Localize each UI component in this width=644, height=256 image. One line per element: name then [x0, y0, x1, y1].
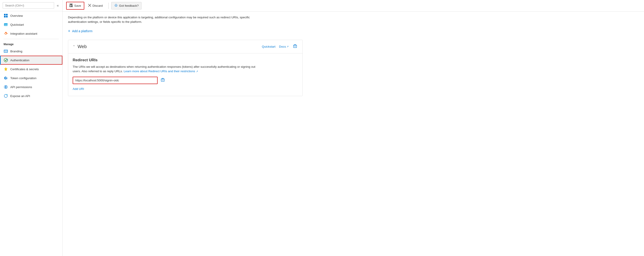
sidebar-item-overview-label: Overview — [10, 14, 23, 18]
svg-rect-14 — [6, 77, 7, 79]
svg-rect-13 — [5, 76, 6, 80]
platform-card-body: Redirect URIs The URIs we will accept as… — [68, 54, 302, 96]
delete-uri-button[interactable] — [160, 77, 166, 84]
svg-point-6 — [5, 33, 6, 34]
delete-web-platform-button[interactable] — [292, 44, 298, 50]
plus-icon: + — [68, 29, 70, 34]
svg-rect-35 — [161, 79, 164, 82]
content-area: Depending on the platform or device this… — [62, 12, 644, 256]
svg-point-16 — [5, 86, 6, 88]
main-content: Save Discard Got feedback? Depend — [62, 0, 644, 256]
search-bar: « — [0, 0, 62, 11]
svg-rect-28 — [294, 45, 297, 48]
svg-rect-3 — [6, 16, 8, 18]
discard-label: Discard — [92, 4, 103, 8]
svg-text:www: www — [4, 51, 8, 52]
learn-more-external-icon: ↗ — [196, 70, 198, 73]
discard-icon — [88, 4, 91, 8]
sidebar-item-branding[interactable]: www Branding — [0, 47, 62, 56]
platform-actions: Quickstart Docs ↗ — [262, 44, 298, 50]
redirect-uris-description: The URIs we will accept as destinations … — [73, 64, 263, 74]
sidebar-item-branding-label: Branding — [10, 50, 22, 53]
save-icon — [69, 4, 73, 8]
svg-rect-12 — [4, 77, 5, 79]
svg-rect-1 — [6, 14, 8, 16]
svg-rect-25 — [70, 6, 71, 6]
add-platform-button[interactable]: + Add a platform — [68, 28, 92, 34]
sidebar-item-token-label: Token configuration — [10, 76, 36, 80]
expose-icon — [4, 94, 8, 98]
sidebar-item-authentication[interactable]: Authentication — [0, 56, 62, 64]
feedback-label: Got feedback? — [119, 4, 139, 8]
overview-icon — [4, 14, 8, 18]
svg-point-10 — [4, 58, 8, 62]
nav-divider — [4, 39, 59, 39]
toolbar-divider — [108, 3, 109, 9]
toolbar: Save Discard Got feedback? — [62, 0, 644, 12]
sidebar-item-integration-label: Integration assistant — [10, 32, 37, 35]
collapse-sidebar-button[interactable]: « — [56, 3, 60, 8]
branding-icon: www — [4, 49, 8, 54]
authentication-icon — [4, 58, 8, 62]
description-text: Depending on the platform or device this… — [68, 15, 269, 24]
platform-title: ⌃ Web — [73, 44, 87, 49]
sidebar-item-certificates-label: Certificates & secrets — [10, 68, 39, 71]
web-quickstart-label: Quickstart — [262, 45, 276, 48]
platform-card-header: ⌃ Web Quickstart Docs ↗ — [68, 40, 302, 54]
svg-text:www: www — [4, 24, 8, 26]
sidebar-item-api-label: API permissions — [10, 86, 32, 89]
sidebar: « Overview www Quickstart — [0, 0, 62, 256]
add-uri-button[interactable]: Add URI — [73, 86, 84, 92]
sidebar-item-quickstart-label: Quickstart — [10, 23, 24, 26]
chevron-up-icon[interactable]: ⌃ — [73, 45, 75, 48]
sidebar-item-expose-label: Expose an API — [10, 94, 30, 98]
sidebar-item-expose-api[interactable]: Expose an API — [0, 92, 62, 100]
api-icon — [4, 85, 8, 89]
sidebar-item-quickstart[interactable]: www Quickstart — [0, 20, 62, 29]
svg-rect-0 — [4, 14, 6, 16]
platform-title-text: Web — [78, 44, 87, 49]
sidebar-nav: Overview www Quickstart Integration assi… — [0, 11, 62, 256]
manage-section-label: Manage — [0, 40, 62, 47]
add-uri-label: Add URI — [73, 87, 84, 90]
svg-rect-23 — [70, 4, 72, 5]
web-quickstart-link[interactable]: Quickstart — [262, 45, 276, 48]
web-platform-card: ⌃ Web Quickstart Docs ↗ — [68, 40, 303, 96]
uri-input[interactable] — [73, 77, 158, 84]
web-docs-link[interactable]: Docs ↗ — [279, 45, 288, 48]
sidebar-item-api-permissions[interactable]: API permissions — [0, 82, 62, 92]
token-icon — [4, 76, 8, 80]
feedback-icon — [114, 4, 118, 8]
save-label: Save — [74, 4, 81, 8]
sidebar-item-certificates[interactable]: Certificates & secrets — [0, 64, 62, 74]
quickstart-icon: www — [4, 22, 8, 27]
sidebar-item-integration-assistant[interactable]: Integration assistant — [0, 29, 62, 38]
external-link-icon: ↗ — [286, 45, 288, 48]
svg-point-21 — [7, 94, 8, 95]
discard-button[interactable]: Discard — [85, 2, 106, 9]
uri-row — [73, 77, 298, 84]
add-platform-label: Add a platform — [72, 29, 92, 33]
search-input[interactable] — [3, 2, 54, 9]
redirect-uris-title: Redirect URIs — [73, 58, 298, 62]
learn-more-text: Learn more about Redirect URIs and their… — [124, 70, 195, 73]
sidebar-item-authentication-label: Authentication — [10, 58, 30, 62]
sidebar-item-token-configuration[interactable]: Token configuration — [0, 74, 62, 82]
learn-more-link[interactable]: Learn more about Redirect URIs and their… — [124, 70, 198, 73]
sidebar-item-overview[interactable]: Overview — [0, 11, 62, 20]
feedback-button[interactable]: Got feedback? — [111, 2, 142, 10]
integration-icon — [4, 31, 8, 36]
save-button[interactable]: Save — [66, 2, 84, 10]
certificates-icon — [4, 67, 8, 71]
web-docs-label: Docs — [279, 45, 286, 48]
svg-rect-2 — [4, 16, 6, 18]
